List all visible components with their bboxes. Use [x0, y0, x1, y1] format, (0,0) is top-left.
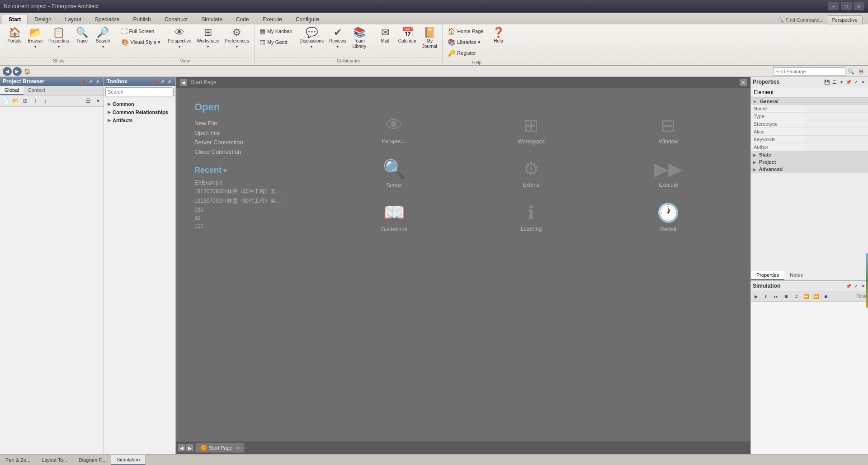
cloud-connection-link[interactable]: Cloud Connection [194, 147, 303, 157]
pb-down-button[interactable]: ↓ [41, 96, 50, 105]
open-file-link[interactable]: Open File [194, 128, 303, 138]
toolbox-pin-button[interactable]: 📌 [152, 78, 158, 85]
panel-float-button[interactable]: ↗ [87, 78, 94, 85]
props-menu-button[interactable]: ☰ [831, 79, 837, 85]
myjournal-button[interactable]: 📔 MyJournal [420, 26, 439, 51]
register-button[interactable]: 🔑 Register [445, 48, 486, 58]
tab-execute[interactable]: Execute [256, 14, 289, 24]
new-file-link[interactable]: New File [194, 119, 303, 128]
workspace-icon-item[interactable]: ⊞ Workspace [467, 110, 595, 149]
recent-item-1[interactable]: 191307090叶林墨《软件工程》实… [194, 187, 303, 196]
find-command-input[interactable]: 🔍 Find Command... [778, 17, 823, 23]
trace-button[interactable]: 🔍 Trace [72, 26, 92, 45]
help-button[interactable]: ❓ Help [488, 26, 508, 45]
portals-button[interactable]: 🏠 Portals [5, 26, 24, 45]
tab-start[interactable]: Start [2, 14, 28, 24]
toolbox-item-common[interactable]: ▶ Common [104, 100, 175, 108]
browse-button[interactable]: 📂 Browse ▾ [25, 26, 45, 50]
tab-nav-left[interactable]: ◀ [178, 444, 185, 451]
find-package-search-button[interactable]: 🔍 [846, 67, 855, 76]
workspace-button[interactable]: ⊞ Workspace ▾ [194, 26, 222, 50]
calendar-button[interactable]: 📅 Calendar [396, 26, 419, 45]
server-connection-link[interactable]: Server Connection [194, 138, 303, 147]
bottom-tab-diagram[interactable]: Diagram F... [73, 455, 111, 465]
tab-nav-right[interactable]: ▶ [186, 444, 193, 451]
tab-close-button[interactable]: ✕ [236, 446, 240, 451]
panel-close-button[interactable]: ✕ [94, 78, 101, 85]
pb-menu-button[interactable]: ☰ [84, 96, 93, 105]
recent-item-2[interactable]: 191307090叶林墨《软件工程》实… [194, 196, 303, 206]
fullscreen-button[interactable]: ⛶ Full Screen [119, 26, 163, 36]
toolbox-search-input[interactable] [105, 87, 172, 96]
toolbox-close-button[interactable]: ✕ [166, 78, 173, 85]
execute-icon-item[interactable]: ▶▶ Execute [604, 154, 732, 193]
sim-back-button[interactable]: ⏪ [811, 292, 821, 300]
tab-specialize[interactable]: Specialize [88, 14, 127, 24]
maximize-button[interactable]: □ [841, 2, 852, 10]
search-button[interactable]: 🔎 Search ▾ [93, 26, 113, 50]
close-panel-button[interactable]: ✕ [740, 79, 747, 86]
props-settings-button[interactable]: ▾ [838, 79, 844, 85]
props-close-button[interactable]: ✕ [860, 79, 866, 85]
find-package-input[interactable] [773, 67, 845, 76]
mykanban-button[interactable]: ▦ My Kanban [257, 26, 295, 36]
sim-step-button[interactable]: ⏭ [772, 292, 781, 300]
tab-construct[interactable]: Construct [158, 14, 194, 24]
props-float-button[interactable]: ↗ [853, 79, 859, 85]
props-tab-properties[interactable]: Properties [751, 271, 784, 280]
tab-configure[interactable]: Configure [289, 14, 326, 24]
props-tab-notes[interactable]: Notes [784, 271, 808, 280]
start-page-tab[interactable]: 🟠 Start Page ✕ [195, 443, 245, 453]
project-group-row[interactable]: ▶ Project [751, 158, 868, 166]
bottom-tab-panzoom[interactable]: Pan & Zo... [0, 455, 36, 465]
properties-button[interactable]: 📋 Properties ▾ [46, 26, 71, 50]
perspective-view-button[interactable]: 👁 Perspective ▾ [165, 26, 193, 50]
toolbox-item-commonrel[interactable]: ▶ Common Relationships [104, 108, 175, 116]
tab-code[interactable]: Code [229, 14, 256, 24]
back-button[interactable]: ◀ [3, 67, 12, 76]
preferences-button[interactable]: ⚙ Preferences ▾ [222, 26, 251, 50]
general-group-row[interactable]: ▼ General [751, 98, 868, 105]
pb-up-button[interactable]: ↑ [31, 96, 40, 105]
recent-item-111[interactable]: 111 [194, 222, 303, 230]
home-sub-button[interactable]: 🏠 [23, 67, 32, 76]
tab-publish[interactable]: Publish [126, 14, 157, 24]
tab-simulate[interactable]: Simulate [194, 14, 229, 24]
window-icon-item[interactable]: ⊟ Window [604, 110, 732, 149]
recent-item-90[interactable]: 90 [194, 214, 303, 222]
tab-layout[interactable]: Layout [58, 14, 88, 24]
sim-pin-button[interactable]: 📌 [845, 283, 852, 289]
toolbox-item-artifacts[interactable]: ▶ Artifacts [104, 116, 175, 124]
toolbox-float-button[interactable]: ↗ [159, 78, 165, 85]
pb-grid-button[interactable]: ⊞ [21, 96, 30, 105]
learning-icon-item[interactable]: ℹ Learning [467, 198, 595, 237]
mail-button[interactable]: ✉ Mail [375, 26, 395, 45]
sim-play-button[interactable]: ▶ [752, 292, 761, 300]
status-icon-item[interactable]: 🔍 Status [330, 154, 458, 193]
recent-item-eaexample[interactable]: EAExample [194, 179, 303, 187]
state-group-row[interactable]: ▶ State [751, 151, 868, 158]
pb-open-button[interactable]: 📂 [11, 96, 20, 105]
sim-reset-button[interactable]: ↺ [792, 292, 801, 300]
homepage-button[interactable]: 🏠 Home Page [445, 26, 486, 36]
sim-float-button[interactable]: ↗ [853, 283, 859, 289]
teamlibrary-button[interactable]: 📚 TeamLibrary [349, 26, 369, 51]
reviews-button[interactable]: ✔ Reviews ▾ [327, 26, 349, 50]
pb-new-button[interactable]: 📄 [1, 96, 10, 105]
props-pin-button[interactable]: 📌 [845, 79, 852, 85]
extend-icon-item[interactable]: ⚙ Extend [467, 154, 595, 193]
tab-design[interactable]: Design [28, 14, 58, 24]
arrange-button[interactable]: ⊞ [856, 67, 865, 76]
page-nav-left-button[interactable]: ◀ [180, 79, 187, 86]
sim-pause-button[interactable]: ⏸ [762, 292, 771, 300]
sim-close-button[interactable]: ✕ [860, 283, 866, 289]
close-button[interactable]: ✕ [854, 2, 864, 10]
forward-button[interactable]: ▶ [13, 67, 22, 76]
tab-context[interactable]: Context [24, 86, 50, 95]
advanced-group-row[interactable]: ▶ Advanced [751, 166, 868, 173]
perspective-button[interactable]: Perspective [827, 15, 863, 24]
discussions-button[interactable]: 💬 Discussions ▾ [297, 26, 326, 50]
bottom-tab-layout[interactable]: Layout To... [36, 455, 73, 465]
bottom-tab-simulation[interactable]: Simulation [111, 455, 146, 465]
minimize-button[interactable]: − [828, 2, 839, 10]
